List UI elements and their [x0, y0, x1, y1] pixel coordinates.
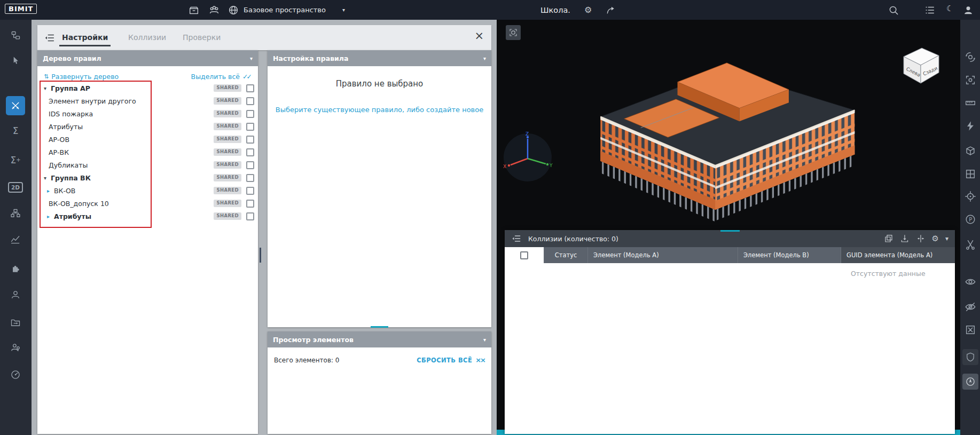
tree-item-checkbox[interactable]: [246, 187, 254, 195]
tree-item-checkbox[interactable]: [246, 200, 254, 208]
double-check-icon: ✓✓: [242, 73, 250, 81]
navigation-compass-button[interactable]: [962, 374, 978, 390]
tree-item[interactable]: ▸ ВК-ОВ SHARED: [37, 184, 258, 197]
double-x-icon: ××: [475, 356, 485, 364]
focus-mode-icon[interactable]: [506, 25, 521, 40]
tree-collapse-icon[interactable]: ▾: [44, 85, 51, 91]
table-settings-gear-icon[interactable]: ⚙: [932, 235, 939, 243]
model-hierarchy-button[interactable]: [6, 204, 25, 223]
column-status[interactable]: Статус: [544, 247, 587, 263]
chevron-down-icon: ▾: [483, 56, 486, 61]
checks-chart-button[interactable]: [6, 231, 25, 249]
hide-box-button[interactable]: [964, 323, 977, 336]
show-eye-button[interactable]: [964, 275, 977, 288]
section-planes-button[interactable]: [964, 168, 977, 180]
dark-mode-icon[interactable]: ☾: [946, 5, 958, 17]
tree-item[interactable]: АР-ОВ SHARED: [37, 133, 258, 146]
p-marker-button[interactable]: P: [964, 213, 977, 226]
fit-columns-icon[interactable]: [916, 234, 926, 243]
panel-menu-icon[interactable]: [44, 32, 56, 44]
gear-icon[interactable]: ⚙: [584, 6, 592, 14]
collisions-title: Коллизии (количество: 0): [528, 235, 618, 243]
orbit-button[interactable]: [964, 51, 977, 64]
tree-expand-icon[interactable]: ▸: [47, 213, 54, 219]
drawings-2d-button[interactable]: 2D: [6, 178, 25, 196]
hide-eye-off-button[interactable]: [964, 300, 977, 313]
export-folder-button[interactable]: [6, 313, 25, 331]
dashboard-button[interactable]: [6, 366, 25, 384]
tree-item-checkbox[interactable]: [246, 174, 254, 182]
column-element-a[interactable]: Элемент (Модель А): [587, 247, 738, 263]
select-all-link[interactable]: Выделить всё ✓✓: [191, 73, 250, 81]
rule-settings-header[interactable]: Настройка правила ▾: [268, 50, 491, 66]
tree-item-checkbox[interactable]: [246, 123, 254, 131]
archive-box-icon[interactable]: [188, 4, 200, 16]
tree-item[interactable]: ▸ Атрибуты SHARED: [37, 210, 258, 223]
rules-tree-panel: Дерево правил ▾ ⇅ Развернуть дерево Выде…: [37, 50, 258, 434]
plugins-button[interactable]: [6, 259, 25, 278]
tree-item[interactable]: ▾ Группа ВК SHARED: [37, 171, 258, 184]
tree-item[interactable]: АР-ВК SHARED: [37, 146, 258, 159]
tree-item[interactable]: IDS пожарка SHARED: [37, 107, 258, 120]
panel-menu-icon[interactable]: [511, 233, 522, 244]
elements-view-header[interactable]: Просмотр элементов ▾: [268, 331, 491, 347]
workspace-select[interactable]: Базовое пространство ▾: [244, 0, 345, 20]
chevron-down-icon: ▾: [250, 56, 253, 61]
locate-button[interactable]: [964, 190, 977, 203]
rules-tree-header[interactable]: Дерево правил ▾: [37, 50, 258, 66]
share-icon[interactable]: [606, 5, 616, 15]
expand-tree-link[interactable]: ⇅ Развернуть дерево: [44, 73, 119, 81]
section-box-button[interactable]: [964, 145, 977, 157]
tree-item-checkbox[interactable]: [246, 148, 254, 156]
select-tool-button[interactable]: [6, 52, 25, 70]
search-icon[interactable]: [888, 4, 899, 16]
world-icon[interactable]: [228, 4, 239, 16]
tab-collisions[interactable]: Коллизии: [128, 25, 166, 50]
tab-settings[interactable]: Настройки: [62, 25, 108, 50]
tree-item[interactable]: Атрибуты SHARED: [37, 120, 258, 133]
team-icon[interactable]: [208, 4, 220, 16]
select-all-checkbox[interactable]: [520, 251, 528, 259]
copy-rows-icon[interactable]: [884, 234, 893, 243]
tree-item-checkbox[interactable]: [246, 161, 254, 169]
protect-shield-button[interactable]: [962, 349, 978, 365]
clash-lightning-button[interactable]: [964, 120, 977, 132]
panel-horizontal-resizer[interactable]: [371, 326, 388, 328]
collapse-panel-icon[interactable]: ▾: [945, 235, 948, 242]
shared-badge: SHARED: [214, 161, 241, 168]
close-icon[interactable]: ×: [474, 29, 484, 42]
tree-item-checkbox[interactable]: [246, 97, 254, 105]
tree-item-checkbox[interactable]: [246, 84, 254, 92]
user-location-button[interactable]: [6, 338, 25, 357]
user-avatar-icon[interactable]: [962, 4, 974, 16]
list-icon[interactable]: [924, 4, 936, 16]
tab-checks[interactable]: Проверки: [183, 25, 221, 50]
column-element-b[interactable]: Элемент (Модель B): [738, 247, 841, 263]
tree-item[interactable]: ВК-ОВ_допуск 10 SHARED: [37, 197, 258, 210]
clip-scissors-button[interactable]: [964, 238, 977, 251]
tree-item[interactable]: ▾ Группа АР SHARED: [37, 82, 258, 94]
tree-item[interactable]: Дубликаты SHARED: [37, 159, 258, 171]
column-guid-a[interactable]: GUID элемента (Модель А): [841, 247, 955, 263]
tree-expand-icon[interactable]: ▸: [47, 188, 54, 194]
fit-view-button[interactable]: [964, 74, 977, 86]
tree-item-checkbox[interactable]: [246, 110, 254, 118]
tree-collapse-icon[interactable]: ▾: [44, 175, 51, 181]
export-report-icon[interactable]: [900, 234, 910, 243]
tree-item-checkbox[interactable]: [246, 212, 254, 220]
tree-item-checkbox[interactable]: [246, 136, 254, 144]
measure-ruler-button[interactable]: [964, 97, 977, 109]
navigation-cube[interactable]: Слева Сзади: [897, 41, 944, 88]
axis-x-label: X: [503, 164, 506, 169]
sum-rules-button[interactable]: Σ: [6, 122, 25, 140]
collisions-resizer[interactable]: [720, 230, 740, 232]
tree-item[interactable]: Элемент внутри другого SHARED: [37, 94, 258, 107]
orientation-gizmo[interactable]: X Y Z: [501, 131, 554, 184]
reset-all-link[interactable]: СБРОСИТЬ ВСЁ ××: [417, 356, 485, 364]
users-button[interactable]: [6, 286, 25, 304]
rule-settings-panel: Настройка правила ▾ Правило не выбрано В…: [268, 50, 491, 327]
sum-add-button[interactable]: Σ+: [6, 151, 25, 169]
collisions-tool-button[interactable]: [6, 96, 25, 115]
panel-vertical-resizer[interactable]: [260, 248, 261, 263]
model-structure-button[interactable]: [6, 27, 25, 45]
